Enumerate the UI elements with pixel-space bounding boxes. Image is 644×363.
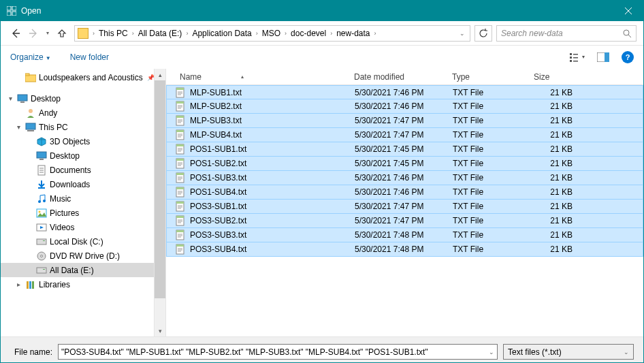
filetype-select[interactable]: Text files (*.txt)⌄	[503, 344, 634, 360]
tree-item[interactable]: Downloads	[1, 177, 165, 191]
svg-rect-15	[18, 95, 27, 101]
tree-item[interactable]: ▾This PC	[1, 120, 165, 134]
file-type: TXT File	[447, 187, 529, 197]
address-bar[interactable]: › This PC›All Data (E:)›Application Data…	[74, 25, 470, 42]
col-size[interactable]: Size	[528, 72, 583, 82]
tree-item[interactable]: Pictures	[1, 206, 165, 220]
nav-tree[interactable]: Loudspeakers and Acoustics📌▾DesktopAndy▾…	[1, 69, 166, 336]
file-row[interactable]: POS3-SUB1.txt 5/30/2021 7:47 PM TXT File…	[166, 200, 643, 214]
3d-icon	[36, 136, 47, 147]
tree-item-label: Loudspeakers and Acoustics	[39, 73, 143, 82]
file-row[interactable]: MLP-SUB2.txt 5/30/2021 7:46 PM TXT File …	[166, 99, 643, 114]
up-button[interactable]	[54, 25, 70, 42]
tree-item[interactable]: DVD RW Drive (D:)	[1, 249, 165, 263]
tree-item[interactable]: Videos	[1, 220, 165, 234]
svg-rect-60	[176, 244, 184, 247]
svg-rect-42	[176, 116, 184, 118]
file-row[interactable]: POS3-SUB3.txt 5/30/2021 7:48 PM TXT File…	[166, 228, 643, 242]
back-button[interactable]	[7, 25, 24, 42]
filename-input[interactable]: "POS3-SUB4.txt" "MLP-SUB1.txt" "MLP-SUB2…	[58, 344, 498, 360]
tree-item[interactable]: Music	[1, 191, 165, 206]
refresh-button[interactable]	[474, 25, 492, 42]
tree-expand-icon[interactable]: ▸	[14, 281, 22, 288]
tree-item[interactable]: Andy	[1, 106, 165, 120]
filename-dropdown-icon[interactable]: ⌄	[486, 349, 494, 356]
file-name: POS1-SUB4.txt	[190, 187, 349, 197]
txt-file-icon	[175, 215, 186, 226]
help-button[interactable]: ?	[622, 51, 634, 63]
file-type: TXT File	[447, 173, 529, 183]
svg-rect-1	[12, 6, 16, 10]
column-headers[interactable]: Name▴ Date modified Type Size	[166, 69, 643, 85]
svg-rect-29	[43, 240, 45, 241]
file-date: 5/30/2021 7:47 PM	[349, 216, 447, 225]
tree-item[interactable]: All Data (E:)	[1, 263, 165, 277]
svg-rect-20	[37, 152, 46, 158]
breadcrumb-separator-icon: ›	[184, 30, 189, 37]
svg-rect-44	[176, 130, 184, 132]
breadcrumb-item[interactable]: All Data (E:)	[135, 27, 185, 40]
tree-scrollbar[interactable]: ▴▾	[154, 69, 165, 336]
svg-rect-32	[37, 268, 46, 273]
svg-rect-8	[573, 54, 578, 55]
tree-item[interactable]: Desktop	[1, 148, 165, 163]
filename-label: File name:	[10, 347, 52, 357]
close-button[interactable]	[613, 1, 643, 21]
file-row[interactable]: POS1-SUB3.txt 5/30/2021 7:46 PM TXT File…	[166, 171, 643, 185]
organize-menu[interactable]: Organize▼	[10, 52, 51, 62]
tree-item[interactable]: Loudspeakers and Acoustics📌	[1, 70, 165, 84]
file-row[interactable]: MLP-SUB3.txt 5/30/2021 7:47 PM TXT File …	[166, 114, 643, 128]
preview-pane-toggle[interactable]	[597, 52, 609, 62]
view-options[interactable]	[570, 52, 585, 62]
file-row[interactable]: POS3-SUB4.txt 5/30/2021 7:48 PM TXT File…	[166, 242, 643, 257]
col-name[interactable]: Name▴	[174, 72, 349, 82]
forward-button[interactable]	[25, 25, 42, 42]
lib-icon	[25, 279, 36, 290]
new-folder-button[interactable]: New folder	[70, 52, 109, 62]
tree-item[interactable]: 3D Objects	[1, 134, 165, 148]
col-type[interactable]: Type	[447, 72, 528, 82]
svg-point-4	[624, 30, 629, 35]
file-name: POS3-SUB1.txt	[190, 202, 349, 211]
file-row[interactable]: POS1-SUB2.txt 5/30/2021 7:45 PM TXT File…	[166, 157, 643, 171]
svg-rect-28	[37, 239, 46, 244]
breadcrumb-item[interactable]: new-data	[334, 27, 372, 40]
desktop2-icon	[36, 151, 47, 161]
col-date[interactable]: Date modified	[349, 72, 447, 82]
search-input[interactable]: Search new-data	[496, 25, 637, 42]
tree-item[interactable]: ▾Desktop	[1, 91, 165, 106]
breadcrumb-item[interactable]: This PC	[96, 27, 131, 40]
svg-rect-50	[176, 173, 184, 175]
recent-dropdown[interactable]: ▾	[43, 25, 52, 42]
folder-icon	[25, 72, 36, 83]
breadcrumb-item[interactable]: MSO	[259, 27, 283, 40]
file-row[interactable]: POS3-SUB2.txt 5/30/2021 7:47 PM TXT File…	[166, 214, 643, 228]
tree-expand-icon[interactable]: ▾	[6, 95, 14, 102]
file-row[interactable]: MLP-SUB1.txt 5/30/2021 7:46 PM TXT File …	[166, 85, 643, 99]
tree-expand-icon[interactable]: ▾	[14, 123, 22, 131]
tree-item-label: Downloads	[50, 180, 90, 189]
file-date: 5/30/2021 7:46 PM	[349, 187, 447, 197]
desktop-icon	[17, 93, 28, 104]
breadcrumb-item[interactable]: doc-devel	[288, 27, 329, 40]
tree-item[interactable]: Documents	[1, 163, 165, 177]
tree-item[interactable]: Local Disk (C:)	[1, 234, 165, 249]
file-type: TXT File	[447, 202, 529, 211]
tree-item-label: Local Disk (C:)	[50, 237, 103, 247]
breadcrumb-item[interactable]: Application Data	[189, 27, 254, 40]
file-date: 5/30/2021 7:46 PM	[349, 173, 447, 183]
file-row[interactable]: POS1-SUB4.txt 5/30/2021 7:46 PM TXT File…	[166, 185, 643, 200]
file-row[interactable]: POS1-SUB1.txt 5/30/2021 7:45 PM TXT File…	[166, 142, 643, 157]
svg-rect-38	[176, 88, 184, 90]
disk-icon	[36, 265, 47, 276]
file-size: 21 KB	[529, 187, 578, 197]
file-row[interactable]: MLP-SUB4.txt 5/30/2021 7:47 PM TXT File …	[166, 128, 643, 142]
tree-item[interactable]: ▸Libraries	[1, 277, 165, 291]
file-size: 21 KB	[529, 244, 578, 254]
breadcrumb-separator-icon: ›	[283, 30, 288, 37]
vid-icon	[36, 222, 47, 233]
address-dropdown[interactable]: ⌄	[456, 30, 468, 37]
breadcrumb-separator-icon: ›	[373, 30, 378, 37]
file-date: 5/30/2021 7:47 PM	[349, 116, 447, 125]
search-icon	[622, 29, 632, 38]
